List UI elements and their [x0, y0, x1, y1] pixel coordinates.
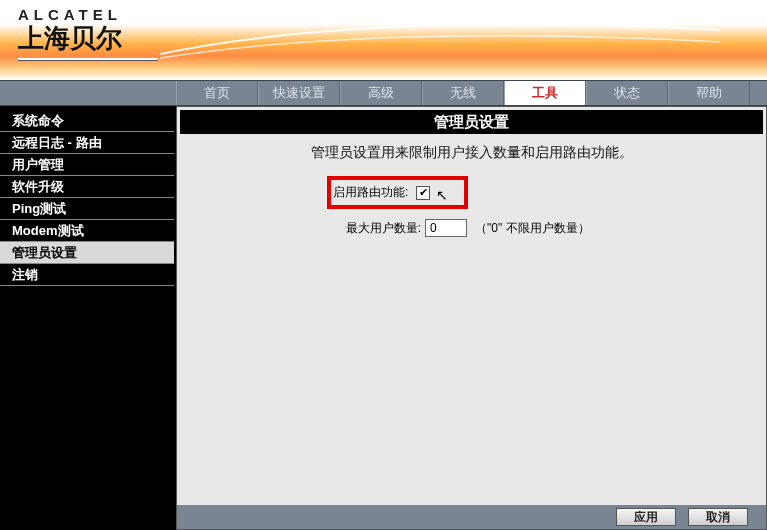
- enable-route-checkbox[interactable]: ✔: [416, 186, 430, 200]
- nav-bar: 首页 快速设置 高级 无线 工具 状态 帮助: [0, 80, 767, 106]
- nav-tab-help[interactable]: 帮助: [668, 81, 750, 105]
- sidebar-item-admin[interactable]: 管理员设置: [0, 242, 174, 264]
- sidebar-item-remotelog[interactable]: 远程日志 - 路由: [0, 132, 174, 154]
- main-panel: 管理员设置 管理员设置用来限制用户接入数量和启用路由功能。 启用路由功能: ✔ …: [176, 106, 767, 530]
- highlight-box: 启用路由功能: ✔ ↖: [327, 176, 468, 209]
- sidebar-item-logout[interactable]: 注销: [0, 264, 174, 286]
- apply-button[interactable]: 应用: [616, 508, 676, 526]
- sidebar-item-ping[interactable]: Ping测试: [0, 198, 174, 220]
- nav-tab-wireless[interactable]: 无线: [422, 81, 504, 105]
- max-users-input[interactable]: [425, 219, 467, 237]
- logo-sub: 上海贝尔: [18, 21, 158, 56]
- cursor-icon: ↖: [436, 187, 448, 203]
- max-users-label: 最大用户数量:: [327, 220, 425, 237]
- button-bar: 应用 取消: [177, 505, 766, 529]
- cancel-button[interactable]: 取消: [688, 508, 748, 526]
- sidebar: 系统命令 远程日志 - 路由 用户管理 软件升级 Ping测试 Modem测试 …: [0, 106, 176, 530]
- enable-route-label: 启用路由功能:: [333, 184, 412, 201]
- sidebar-item-usermgmt[interactable]: 用户管理: [0, 154, 174, 176]
- nav-tab-advanced[interactable]: 高级: [340, 81, 422, 105]
- sidebar-item-syscmd[interactable]: 系统命令: [0, 110, 174, 132]
- max-users-hint: （"0" 不限用户数量）: [475, 220, 590, 237]
- content-area: 系统命令 远程日志 - 路由 用户管理 软件升级 Ping测试 Modem测试 …: [0, 106, 767, 530]
- panel-desc: 管理员设置用来限制用户接入数量和启用路由功能。: [177, 134, 766, 176]
- nav-tab-home[interactable]: 首页: [176, 81, 258, 105]
- nav-tab-tools[interactable]: 工具: [504, 81, 586, 105]
- sidebar-item-upgrade[interactable]: 软件升级: [0, 176, 174, 198]
- swoosh-decor: [160, 22, 720, 62]
- sidebar-item-modem[interactable]: Modem测试: [0, 220, 174, 242]
- form-area: 启用路由功能: ✔ ↖ 最大用户数量: （"0" 不限用户数量）: [177, 176, 766, 241]
- logo-divider: [18, 58, 158, 60]
- logo: ALCATEL 上海贝尔: [18, 6, 158, 60]
- panel-title: 管理员设置: [180, 110, 763, 134]
- header-banner: ALCATEL 上海贝尔: [0, 0, 767, 80]
- nav-tab-status[interactable]: 状态: [586, 81, 668, 105]
- nav-tab-quick[interactable]: 快速设置: [258, 81, 340, 105]
